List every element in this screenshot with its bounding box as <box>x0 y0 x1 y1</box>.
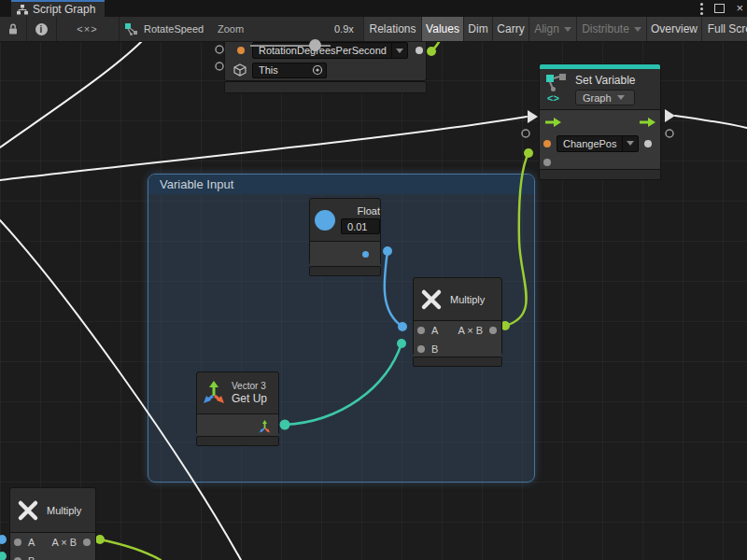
object-picker-icon[interactable] <box>311 63 324 77</box>
port-b-label: B <box>28 555 35 560</box>
tab-title: Script Graph <box>33 3 95 16</box>
output-port[interactable] <box>416 47 423 54</box>
node-float-footer <box>309 266 381 276</box>
output-port[interactable] <box>644 140 652 147</box>
input-port-b[interactable] <box>417 345 425 353</box>
chevron-down-icon <box>634 27 641 32</box>
port-out-label: A × B <box>458 325 483 336</box>
graph-asset-icon <box>125 22 138 35</box>
float-output-port[interactable] <box>362 251 369 258</box>
info-icon: i <box>35 23 48 35</box>
unity-script-graph-window: { "tab": { "title": "Script Graph" }, "t… <box>0 0 747 560</box>
code-icon: <×> <box>77 23 97 35</box>
zoom-value: 0.9x <box>334 23 354 35</box>
float-type-icon <box>315 210 335 231</box>
vector3-icon <box>203 381 225 405</box>
vector3-output-port-icon[interactable] <box>259 420 271 433</box>
flow-output-arrow-icon[interactable] <box>638 117 656 128</box>
flow-input-arrow-icon[interactable] <box>543 117 562 128</box>
toolbar-button-dim[interactable]: Dim <box>463 17 492 41</box>
node-title: Set Variable <box>575 74 635 87</box>
wire-teal-getup-to-multiply-b[interactable] <box>285 343 402 425</box>
node-set-variable[interactable]: <> Set Variable Graph ChangePos <box>539 63 661 170</box>
toolbar-button-relations[interactable]: Relations <box>363 17 421 41</box>
info-button[interactable]: i <box>26 17 57 41</box>
wire-white-out-setvariable[interactable] <box>675 116 747 128</box>
set-variable-name-dropdown[interactable]: ChangePos <box>557 135 639 152</box>
node-get-up-footer <box>196 436 279 446</box>
chevron-down-icon <box>617 95 625 100</box>
float-value-input[interactable]: 0.01 <box>341 218 380 234</box>
maximize-icon[interactable] <box>714 4 725 13</box>
input-port-a[interactable] <box>417 327 425 334</box>
chevron-down-icon[interactable] <box>622 136 638 151</box>
wire-white-into-setvariable[interactable] <box>0 117 527 180</box>
variable-kind-value: Graph <box>583 92 612 104</box>
port-b-label: B <box>431 343 438 355</box>
node-title: Get Up <box>232 392 267 405</box>
node-multiply-group[interactable]: Multiply A A × B B <box>413 277 502 356</box>
more-options-icon[interactable] <box>700 7 703 10</box>
toolbar-button-distribute[interactable]: Distribute <box>576 17 646 41</box>
lock-icon <box>7 22 20 35</box>
node-title: Float <box>358 205 380 217</box>
float-value: 0.01 <box>347 221 367 232</box>
graph-toolbar: i <×> RotateSpeed Zoom 0.9x Relations Va… <box>0 17 747 42</box>
target-object-value: This <box>259 64 311 76</box>
node-get-up[interactable]: Vector 3 Get Up <box>196 371 279 435</box>
node-float[interactable]: Float 0.01 <box>309 198 381 265</box>
port-a-label: A <box>28 537 35 548</box>
code-preview-button[interactable]: <×> <box>56 17 120 41</box>
toolbar-button-carry[interactable]: Carry <box>492 17 529 41</box>
close-icon[interactable]: × <box>736 4 743 13</box>
toolbar-button-values[interactable]: Values <box>421 17 463 41</box>
zoom-slider-handle[interactable] <box>309 39 321 51</box>
wire-blue-float-to-multiply-a[interactable] <box>385 251 402 327</box>
graph-name: RotateSpeed <box>144 23 204 35</box>
toolbar-button-overview[interactable]: Overview <box>646 17 701 41</box>
toolbar-button-align[interactable]: Align <box>529 17 576 41</box>
multiply-icon <box>419 287 444 312</box>
tab-script-graph[interactable]: Script Graph <box>11 0 105 17</box>
target-object-field[interactable]: This <box>252 63 327 78</box>
toolbar-button-full-screen[interactable]: Full Screen <box>701 17 747 41</box>
node-title: Multiply <box>450 294 485 305</box>
node-multiply-group-footer <box>413 357 502 367</box>
node-get-variable-footer <box>224 81 427 93</box>
variable-port-orange[interactable] <box>543 140 551 147</box>
node-subtitle: Vector 3 <box>232 381 267 391</box>
zoom-label: Zoom <box>218 23 244 35</box>
value-input-port[interactable] <box>543 159 551 166</box>
tab-bar: Script Graph × <box>0 0 747 17</box>
output-port[interactable] <box>489 327 497 334</box>
node-set-variable-footer <box>539 169 661 180</box>
svg-text:<>: <> <box>547 92 559 103</box>
graph-reference[interactable]: RotateSpeed <box>125 17 204 41</box>
input-port-a[interactable] <box>14 539 21 546</box>
node-title: Multiply <box>47 505 81 516</box>
output-port[interactable] <box>83 539 91 546</box>
chevron-down-icon[interactable] <box>391 43 407 58</box>
script-graph-icon <box>17 5 28 15</box>
port-out-label: A × B <box>51 537 77 548</box>
gameobject-cube-icon <box>233 63 247 77</box>
set-variable-graph-icon: <> <box>545 73 570 103</box>
multiply-icon <box>16 498 40 523</box>
value-port-orange[interactable] <box>237 47 245 54</box>
set-variable-name-value: ChangePos <box>563 138 617 149</box>
node-multiply-bottom[interactable]: Multiply A A × B B <box>9 487 96 560</box>
wire-green-multiply-bottom-out[interactable] <box>100 539 161 560</box>
wire-green-multiply-to-setvariable[interactable] <box>505 153 529 326</box>
chevron-down-icon <box>564 27 571 32</box>
lock-button[interactable] <box>0 17 27 41</box>
variable-kind-dropdown[interactable]: Graph <box>575 90 635 105</box>
port-a-label: A <box>431 325 438 336</box>
wire-white-topleft[interactable] <box>0 41 142 147</box>
